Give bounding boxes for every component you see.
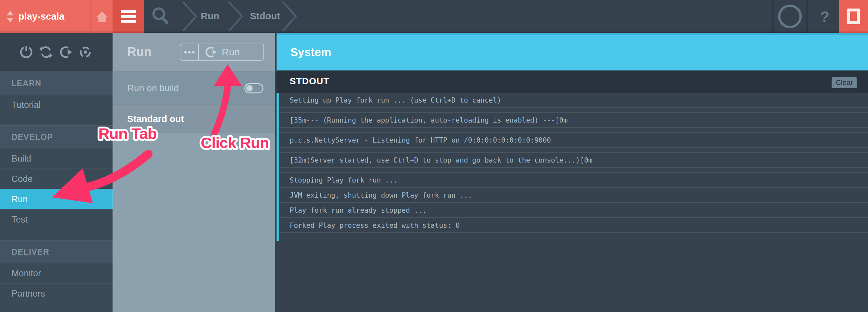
console-blank-line (277, 168, 868, 173)
sync-icon[interactable] (38, 44, 54, 60)
console-accent-strip (277, 93, 279, 241)
status-circle-icon (778, 5, 802, 28)
home-button[interactable] (91, 0, 113, 33)
breadcrumb-stdout[interactable]: Stdout (250, 0, 280, 33)
console-line: Stopping Play fork run ... (277, 173, 868, 188)
run-button-label: Run (222, 46, 240, 58)
help-button[interactable]: ? (806, 0, 841, 33)
home-icon (96, 10, 108, 22)
question-mark-icon: ? (820, 7, 830, 26)
sidebar-item-monitor[interactable]: Monitor (0, 263, 113, 283)
power-icon[interactable] (19, 44, 34, 60)
sidebar-item-test[interactable]: Test (0, 209, 113, 230)
run-on-build-label: Run on build (127, 83, 179, 94)
console-line: Setting up Play fork run ... (use Ctrl+D… (277, 93, 868, 108)
run-panel-header: Run Run (113, 33, 277, 71)
sidebar: LEARN Tutorial DEVELOP Build Code Run Te… (0, 33, 113, 312)
console-blank-line (277, 128, 868, 133)
breadcrumb-run[interactable]: Run (201, 0, 219, 33)
clear-button[interactable]: Clear (832, 77, 857, 88)
sidebar-gap (0, 230, 113, 240)
console-blank-line (277, 108, 868, 113)
restart-icon[interactable] (58, 44, 73, 60)
run-on-build-row: Run on build (113, 71, 277, 104)
breadcrumb-chevrons (170, 1, 302, 32)
sidebar-item-build[interactable]: Build (0, 148, 113, 169)
sidebar-item-tutorial[interactable]: Tutorial (0, 94, 113, 115)
sidebar-section-deliver: DELIVER (0, 240, 113, 263)
more-options-button[interactable] (180, 44, 199, 60)
run-split-button[interactable]: Run (180, 44, 264, 61)
activator-window: play-scala Run Stdout ? (0, 0, 868, 312)
sidebar-section-learn: LEARN (0, 71, 113, 94)
search-icon[interactable] (148, 5, 172, 28)
standard-out-tab[interactable]: Standard out (113, 104, 277, 133)
system-title: System (290, 35, 331, 70)
console-output: Setting up Play fork run ... (use Ctrl+D… (277, 93, 868, 233)
stdout-title: STDOUT (290, 70, 329, 93)
console-pane: System STDOUT Clear Setting up Play fork… (277, 33, 868, 312)
console-line: Forked Play process exited with status: … (277, 218, 868, 233)
toggle-knob (246, 85, 253, 92)
sidebar-item-partners[interactable]: Partners (0, 283, 113, 304)
sidebar-item-run[interactable]: Run (0, 189, 113, 209)
status-indicator-button[interactable] (772, 0, 806, 33)
standard-out-label: Standard out (127, 114, 184, 124)
sidebar-item-code[interactable]: Code (0, 169, 113, 189)
main-menu-button[interactable] (113, 0, 144, 33)
sidebar-gap (0, 115, 113, 125)
system-header: System (277, 33, 868, 70)
console-line: [32m(Server started, use Ctrl+D to stop … (277, 153, 868, 168)
project-switcher-icon (6, 11, 14, 22)
run-icon (204, 45, 218, 59)
console-line: p.c.s.NettyServer - Listening for HTTP o… (277, 133, 868, 148)
run-on-build-toggle[interactable] (244, 83, 264, 94)
top-bar: play-scala Run Stdout ? (0, 0, 868, 33)
sidebar-section-develop: DEVELOP (0, 125, 113, 148)
sidebar-quick-actions (0, 33, 113, 71)
console-line: [35m--- (Running the application, auto-r… (277, 113, 868, 128)
run-button[interactable]: Run (199, 44, 264, 60)
panel-title: Run (127, 33, 152, 71)
stdout-header: STDOUT Clear (277, 70, 868, 93)
hamburger-icon (121, 10, 136, 13)
console-line: JVM exiting, shutting down Play fork run… (277, 188, 868, 203)
run-panel: Run Run Run on build (113, 33, 277, 312)
console-blank-line (277, 148, 868, 153)
panel-toggle-icon (847, 8, 860, 24)
project-selector[interactable]: play-scala (0, 0, 91, 33)
console-line: Play fork run already stopped ... (277, 203, 868, 218)
panel-toggle-button[interactable] (839, 0, 868, 33)
process-icon[interactable] (78, 44, 93, 60)
project-name: play-scala (19, 11, 64, 22)
ellipsis-icon (184, 51, 187, 54)
